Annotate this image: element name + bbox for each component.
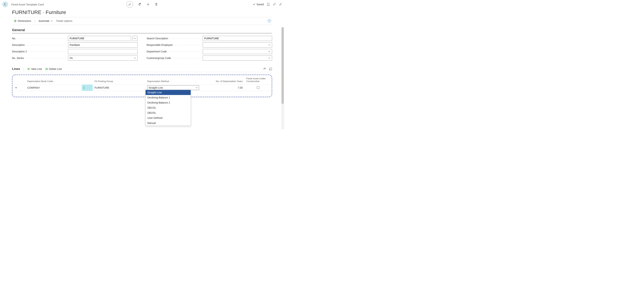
- no-series-value: FA: [70, 57, 73, 60]
- responsible-employee-field[interactable]: [203, 42, 272, 48]
- dep-method-option[interactable]: Manual: [146, 120, 191, 126]
- arrow-right-icon: [14, 86, 17, 89]
- description2-field[interactable]: [68, 49, 138, 54]
- pencil-icon: [128, 3, 131, 6]
- cell-dep-book[interactable]: COMPANY: [26, 85, 82, 91]
- share-icon: [263, 68, 266, 70]
- lines-expand-button[interactable]: [269, 68, 272, 70]
- table-row[interactable]: COMPANY FURNITURE Straight-Line Strai: [13, 85, 272, 91]
- row-menu-button[interactable]: [82, 85, 93, 91]
- dep-method-dropdown[interactable]: Straight-LineDeclining-Balance 1Declinin…: [146, 90, 191, 126]
- cell-fauc[interactable]: [244, 85, 272, 91]
- cell-fa-posting-group[interactable]: FURNITURE: [93, 85, 146, 91]
- delete-line-action[interactable]: Delete Line: [45, 68, 62, 70]
- table-row-empty[interactable]: [13, 91, 272, 96]
- popout-icon: [273, 3, 276, 6]
- label-search-description: Search Description: [147, 37, 201, 40]
- share-button[interactable]: [138, 3, 142, 6]
- delete-line-icon: [45, 68, 48, 70]
- dimensions-action[interactable]: Dimensions: [14, 20, 31, 22]
- back-button[interactable]: [2, 2, 8, 7]
- share-icon: [138, 3, 142, 6]
- col-dep-method[interactable]: Depreciation Method: [146, 75, 201, 85]
- label-description2: Description 2: [12, 50, 66, 53]
- no-lookup-button[interactable]: [132, 36, 138, 41]
- svg-rect-2: [269, 20, 270, 22]
- info-button[interactable]: [268, 19, 271, 22]
- svg-point-8: [84, 88, 84, 88]
- col-fa-posting-group[interactable]: FA Posting Group: [93, 75, 146, 85]
- svg-point-9: [84, 88, 84, 89]
- collapse-icon: [279, 3, 282, 6]
- ellipsis-icon: [134, 38, 136, 39]
- info-icon: [268, 19, 271, 22]
- new-button[interactable]: [146, 3, 150, 6]
- general-section-title: General: [12, 28, 272, 33]
- scrollbar-thumb[interactable]: [282, 27, 284, 104]
- col-fauc[interactable]: Fixed Asset Under Construction: [244, 75, 272, 85]
- dimensions-icon: [14, 20, 17, 22]
- breadcrumb: Fixed Asset Template Card: [11, 3, 44, 6]
- chevron-down-icon: [268, 50, 270, 53]
- col-years[interactable]: No. of Depreciation Years: [201, 75, 244, 85]
- automate-action[interactable]: Automate: [38, 20, 53, 22]
- chevron-down-icon: [268, 44, 270, 46]
- no-series-field[interactable]: FA: [68, 56, 138, 61]
- fauc-checkbox[interactable]: [257, 86, 260, 89]
- arrow-left-icon: [4, 3, 6, 6]
- description-field[interactable]: [68, 42, 138, 48]
- chevron-down-icon: [196, 87, 198, 89]
- label-description: Description: [12, 44, 66, 46]
- collapse-button[interactable]: [279, 3, 282, 6]
- expand-icon: [269, 68, 272, 70]
- svg-point-4: [135, 38, 135, 39]
- lines-title: Lines: [12, 67, 20, 71]
- svg-point-3: [134, 38, 134, 39]
- label-responsible-employee: Responsible Employee: [147, 44, 201, 46]
- label-no-series: No. Series: [12, 57, 66, 60]
- page-title: FURNITURE · Furniture: [0, 9, 284, 17]
- bookmark-icon: [267, 3, 270, 6]
- dep-method-option[interactable]: Declining-Balance 2: [146, 100, 191, 105]
- new-line-label: New Line: [31, 68, 42, 70]
- edit-button[interactable]: [126, 1, 133, 8]
- plus-icon: [146, 3, 150, 6]
- cell-dep-method[interactable]: Straight-Line Straight-LineDeclining-Bal…: [146, 85, 201, 91]
- lines-grid-region: Depreciation Book Code ↑ FA Posting Grou…: [12, 75, 272, 97]
- bookmark-button[interactable]: [267, 3, 270, 6]
- check-icon: [253, 3, 256, 6]
- customergroup-code-field[interactable]: [203, 56, 272, 61]
- fewer-options-action[interactable]: Fewer options: [56, 20, 72, 22]
- dep-method-option[interactable]: Straight-Line: [146, 90, 191, 95]
- dimensions-label: Dimensions: [18, 20, 31, 22]
- dep-method-option[interactable]: DB2/SL: [146, 110, 191, 115]
- trash-icon: [155, 3, 158, 6]
- svg-point-5: [136, 38, 136, 39]
- svg-point-1: [269, 20, 270, 20]
- col-dep-book[interactable]: Depreciation Book Code ↑: [26, 75, 82, 85]
- cell-years[interactable]: 7.00: [201, 85, 244, 91]
- dep-method-select[interactable]: Straight-Line: [147, 85, 199, 90]
- dep-method-option[interactable]: User-Defined: [146, 115, 191, 120]
- automate-label: Automate: [38, 20, 50, 22]
- svg-point-7: [84, 87, 84, 87]
- delete-button[interactable]: [155, 3, 158, 6]
- new-line-action[interactable]: New Line: [28, 68, 42, 70]
- department-code-field[interactable]: [203, 49, 272, 54]
- more-vertical-icon: [84, 86, 84, 89]
- chevron-down-icon: [134, 57, 136, 59]
- sort-asc-icon: ↑: [54, 80, 55, 82]
- label-no: No.: [12, 37, 66, 40]
- scrollbar[interactable]: [281, 27, 284, 129]
- dep-method-option[interactable]: Declining-Balance 1: [146, 95, 191, 100]
- search-description-field[interactable]: [203, 36, 272, 41]
- chevron-down-icon: [268, 57, 270, 59]
- popout-button[interactable]: [273, 3, 276, 6]
- dep-method-option[interactable]: DB1/SL: [146, 105, 191, 110]
- separator: [35, 19, 35, 23]
- no-field[interactable]: [68, 36, 131, 41]
- delete-line-label: Delete Line: [49, 68, 62, 70]
- lines-share-button[interactable]: [263, 68, 266, 70]
- saved-label: Saved: [256, 3, 264, 6]
- dep-method-value: Straight-Line: [148, 86, 196, 89]
